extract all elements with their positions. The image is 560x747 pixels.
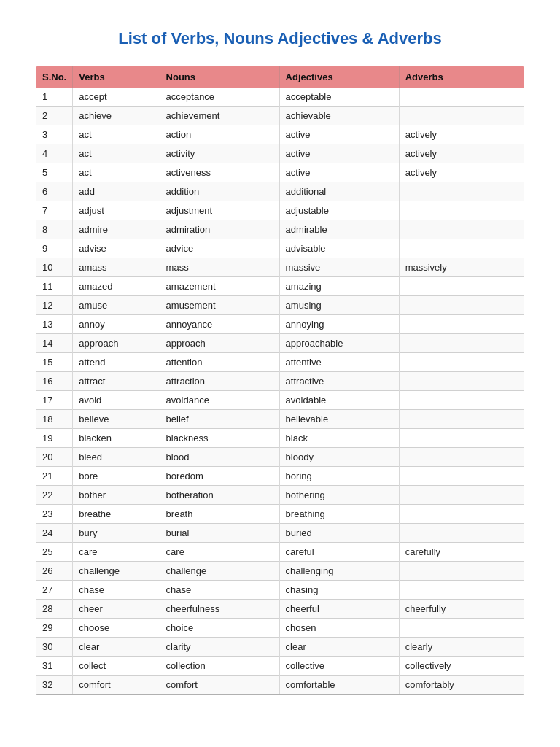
cell-3-0: 4: [36, 144, 73, 163]
cell-20-1: bore: [73, 467, 160, 486]
table-row: 11amazedamazementamazing: [36, 277, 524, 296]
cell-16-2: avoidance: [160, 391, 279, 410]
cell-12-0: 13: [36, 315, 73, 334]
cell-22-1: breathe: [73, 505, 160, 524]
cell-13-1: approach: [73, 334, 160, 353]
cell-0-0: 1: [36, 88, 73, 107]
cell-6-1: adjust: [73, 201, 160, 220]
cell-27-4: cheerfully: [399, 600, 524, 619]
table-row: 5actactivenessactiveactively: [36, 163, 524, 182]
page-title: List of Verbs, Nouns Adjectives & Adverb…: [118, 29, 441, 48]
cell-15-1: attract: [73, 372, 160, 391]
word-table: S.No. Verbs Nouns Adjectives Adverbs 1ac…: [36, 66, 524, 694]
cell-3-3: active: [279, 144, 399, 163]
cell-0-3: acceptable: [279, 88, 399, 107]
cell-12-3: annoying: [279, 315, 399, 334]
cell-2-0: 3: [36, 125, 73, 144]
cell-19-4: [399, 448, 524, 467]
cell-31-3: comfortable: [279, 676, 399, 694]
cell-31-4: comfortably: [399, 676, 524, 694]
cell-21-1: bother: [73, 486, 160, 505]
cell-3-1: act: [73, 144, 160, 163]
table-row: 29choosechoicechosen: [36, 619, 524, 638]
table-row: 30clearclarityclearclearly: [36, 638, 524, 657]
cell-14-3: attentive: [279, 353, 399, 372]
cell-18-4: [399, 429, 524, 448]
cell-8-1: advise: [73, 239, 160, 258]
cell-19-1: bleed: [73, 448, 160, 467]
cell-11-0: 12: [36, 296, 73, 315]
cell-5-1: add: [73, 182, 160, 201]
cell-9-4: massively: [399, 258, 524, 277]
cell-25-3: challenging: [279, 562, 399, 581]
cell-0-1: accept: [73, 88, 160, 107]
cell-31-2: comfort: [160, 676, 279, 694]
table-row: 20bleedbloodbloody: [36, 448, 524, 467]
cell-25-1: challenge: [73, 562, 160, 581]
cell-4-4: actively: [399, 163, 524, 182]
cell-4-2: activeness: [160, 163, 279, 182]
cell-18-2: blackness: [160, 429, 279, 448]
table-row: 23breathebreathbreathing: [36, 505, 524, 524]
table-row: 21boreboredomboring: [36, 467, 524, 486]
cell-17-1: believe: [73, 410, 160, 429]
cell-1-0: 2: [36, 107, 73, 125]
header-verbs: Verbs: [73, 66, 160, 88]
table-row: 25carecarecarefulcarefully: [36, 543, 524, 562]
cell-17-2: belief: [160, 410, 279, 429]
cell-10-0: 11: [36, 277, 73, 296]
table-row: 7adjustadjustmentadjustable: [36, 201, 524, 220]
cell-9-2: mass: [160, 258, 279, 277]
cell-2-2: action: [160, 125, 279, 144]
cell-22-4: [399, 505, 524, 524]
cell-13-0: 14: [36, 334, 73, 353]
cell-4-3: active: [279, 163, 399, 182]
cell-24-3: careful: [279, 543, 399, 562]
cell-10-4: [399, 277, 524, 296]
cell-25-0: 26: [36, 562, 73, 581]
cell-14-0: 15: [36, 353, 73, 372]
cell-9-3: massive: [279, 258, 399, 277]
table-row: 15attendattentionattentive: [36, 353, 524, 372]
cell-21-3: bothering: [279, 486, 399, 505]
cell-26-3: chasing: [279, 581, 399, 600]
cell-5-3: additional: [279, 182, 399, 201]
cell-0-4: [399, 88, 524, 107]
cell-16-3: avoidable: [279, 391, 399, 410]
cell-27-0: 28: [36, 600, 73, 619]
cell-20-0: 21: [36, 467, 73, 486]
cell-30-3: collective: [279, 657, 399, 676]
cell-20-3: boring: [279, 467, 399, 486]
cell-11-1: amuse: [73, 296, 160, 315]
cell-28-2: choice: [160, 619, 279, 638]
cell-1-3: achievable: [279, 107, 399, 125]
cell-23-4: [399, 524, 524, 543]
cell-3-4: actively: [399, 144, 524, 163]
cell-21-4: [399, 486, 524, 505]
cell-23-0: 24: [36, 524, 73, 543]
cell-8-0: 9: [36, 239, 73, 258]
cell-1-2: achievement: [160, 107, 279, 125]
cell-23-2: burial: [160, 524, 279, 543]
cell-30-0: 31: [36, 657, 73, 676]
cell-9-0: 10: [36, 258, 73, 277]
cell-0-2: acceptance: [160, 88, 279, 107]
table-body: 1acceptacceptanceacceptable2achieveachie…: [36, 88, 524, 694]
table-row: 19blackenblacknessblack: [36, 429, 524, 448]
cell-15-2: attraction: [160, 372, 279, 391]
table-row: 10amassmassmassivemassively: [36, 258, 524, 277]
cell-26-1: chase: [73, 581, 160, 600]
cell-7-3: admirable: [279, 220, 399, 239]
cell-10-3: amazing: [279, 277, 399, 296]
cell-13-2: approach: [160, 334, 279, 353]
cell-5-0: 6: [36, 182, 73, 201]
cell-21-0: 22: [36, 486, 73, 505]
cell-15-3: attractive: [279, 372, 399, 391]
table-row: 31collectcollectioncollectivecollectivel…: [36, 657, 524, 676]
cell-10-2: amazement: [160, 277, 279, 296]
cell-2-3: active: [279, 125, 399, 144]
cell-10-1: amazed: [73, 277, 160, 296]
cell-2-1: act: [73, 125, 160, 144]
cell-8-2: advice: [160, 239, 279, 258]
cell-7-1: admire: [73, 220, 160, 239]
